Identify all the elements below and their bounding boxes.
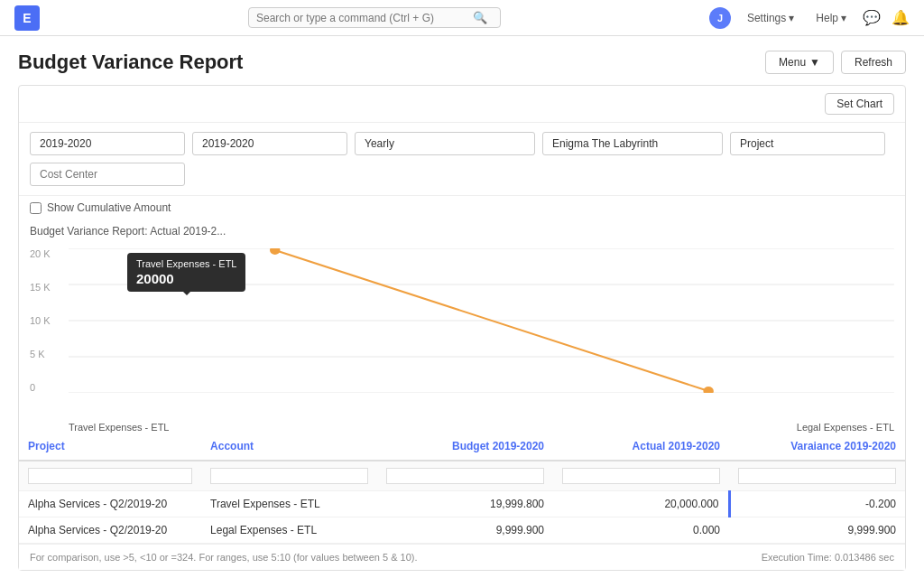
chart-container: 0 5 K 10 K 15 K 20 K xyxy=(19,239,905,433)
y-label-0: 0 xyxy=(30,382,66,393)
filter-actual-input[interactable] xyxy=(562,468,720,484)
x-label-legal: Legal Expenses - ETL xyxy=(797,422,894,433)
header-actions: Menu ▼ Refresh xyxy=(765,51,906,74)
search-box[interactable]: 🔍 xyxy=(248,7,501,28)
footer-bar: For comparison, use >5, <10 or =324. For… xyxy=(19,544,905,570)
filter-row xyxy=(19,123,905,196)
report-table: Project Account Budget 2019-2020 Actual … xyxy=(19,433,905,544)
y-axis: 0 5 K 10 K 15 K 20 K xyxy=(30,248,66,393)
row2-actual: 0.000 xyxy=(553,517,729,544)
tooltip-title: Travel Expenses - ETL xyxy=(136,258,236,269)
refresh-button[interactable]: Refresh xyxy=(841,51,906,74)
row2-project: Alpha Services - Q2/2019-20 xyxy=(19,517,201,544)
set-chart-bar: Set Chart xyxy=(19,86,905,123)
filter-account-input[interactable] xyxy=(210,468,368,484)
table-filter-row xyxy=(19,461,905,491)
x-label-travel: Travel Expenses - ETL xyxy=(69,422,169,433)
row2-account: Legal Expenses - ETL xyxy=(201,517,377,544)
app-logo: E xyxy=(14,5,40,31)
page-header: Budget Variance Report Menu ▼ Refresh xyxy=(0,36,924,85)
main-content: Set Chart Show Cumulative Amount Budget … xyxy=(0,85,924,578)
chart-tooltip: Travel Expenses - ETL 20000 xyxy=(127,253,245,292)
chart-dot-left xyxy=(270,248,280,255)
user-badge: J xyxy=(709,7,731,29)
col-actual: Actual 2019-2020 xyxy=(553,433,729,461)
show-cumulative-checkbox[interactable] xyxy=(30,202,42,214)
report-card: Set Chart Show Cumulative Amount Budget … xyxy=(18,85,906,571)
footer-hint: For comparison, use >5, <10 or =324. For… xyxy=(30,552,418,563)
y-label-5k: 5 K xyxy=(30,349,66,359)
table-header-row: Project Account Budget 2019-2020 Actual … xyxy=(19,433,905,461)
page-title: Budget Variance Report xyxy=(18,51,243,74)
show-cumulative-label: Show Cumulative Amount xyxy=(47,201,171,214)
bell-icon[interactable]: 🔔 xyxy=(892,9,910,26)
period-filter[interactable] xyxy=(355,132,535,155)
filter-project-input[interactable] xyxy=(28,468,192,484)
top-nav: E 🔍 J Settings ▾ Help ▾ 💬 🔔 xyxy=(0,0,924,36)
table-row: Alpha Services - Q2/2019-20 Legal Expens… xyxy=(19,517,905,544)
table-row: Alpha Services - Q2/2019-20 Travel Expen… xyxy=(19,491,905,517)
search-input[interactable] xyxy=(256,12,473,24)
col-budget: Budget 2019-2020 xyxy=(377,433,553,461)
col-account: Account xyxy=(201,433,377,461)
col-variance: Varaiance 2019-2020 xyxy=(729,433,905,461)
chart-title: Budget Variance Report: Actual 2019-2... xyxy=(19,219,905,239)
search-icon: 🔍 xyxy=(473,11,487,24)
help-button[interactable]: Help ▾ xyxy=(810,9,852,27)
row2-budget: 9,999.900 xyxy=(377,517,553,544)
nav-right: J Settings ▾ Help ▾ 💬 🔔 xyxy=(709,7,910,29)
footer-execution: Execution Time: 0.013486 sec xyxy=(762,552,894,563)
company-filter[interactable] xyxy=(542,132,723,155)
filter-budget-input[interactable] xyxy=(386,468,544,484)
cost-center-filter[interactable] xyxy=(30,163,185,186)
y-label-15k: 15 K xyxy=(30,282,66,293)
row1-project: Alpha Services - Q2/2019-20 xyxy=(19,491,201,517)
year-from-filter[interactable] xyxy=(30,132,185,155)
project-filter[interactable] xyxy=(730,132,885,155)
row1-actual: 20,000.000 xyxy=(553,491,729,517)
row1-variance: -0.200 xyxy=(729,491,905,517)
chat-icon[interactable]: 💬 xyxy=(863,9,881,26)
row1-budget: 19,999.800 xyxy=(377,491,553,517)
year-to-filter[interactable] xyxy=(192,132,347,155)
checkbox-row: Show Cumulative Amount xyxy=(19,196,905,219)
y-label-10k: 10 K xyxy=(30,315,66,326)
menu-button[interactable]: Menu ▼ xyxy=(765,51,834,74)
filter-variance-input[interactable] xyxy=(738,468,896,484)
row1-account: Travel Expenses - ETL xyxy=(201,491,377,517)
settings-button[interactable]: Settings ▾ xyxy=(742,9,799,27)
set-chart-button[interactable]: Set Chart xyxy=(825,93,894,115)
y-label-20k: 20 K xyxy=(30,248,66,259)
tooltip-value: 20000 xyxy=(136,271,236,286)
chart-area: 0 5 K 10 K 15 K 20 K xyxy=(19,239,905,420)
chart-dot-right xyxy=(703,387,713,393)
col-project: Project xyxy=(19,433,201,461)
nav-left: E xyxy=(14,5,40,31)
row2-variance: 9,999.900 xyxy=(729,517,905,544)
x-labels: Travel Expenses - ETL Legal Expenses - E… xyxy=(19,420,905,433)
